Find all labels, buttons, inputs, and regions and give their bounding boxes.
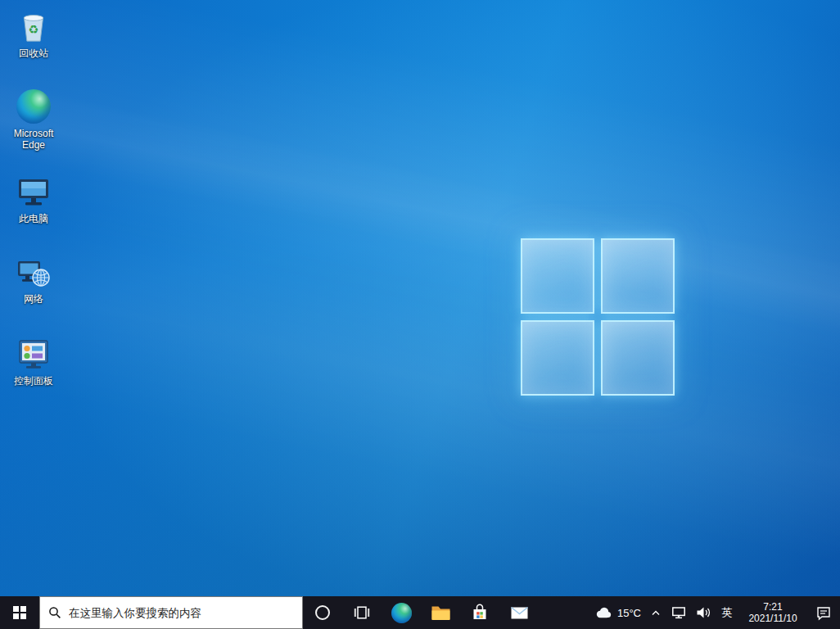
- task-view-button[interactable]: [342, 596, 382, 629]
- windows-logo-wallpaper: [521, 238, 675, 396]
- recycle-bin-icon: ♻: [16, 7, 51, 46]
- cortana-icon: [315, 605, 330, 620]
- cloud-icon: [593, 604, 612, 621]
- desktop-icon-this-pc[interactable]: 此电脑: [2, 172, 65, 224]
- desktop-icon-network[interactable]: 网络: [2, 252, 65, 305]
- mail-button[interactable]: [499, 596, 539, 629]
- ime-indicator[interactable]: 英: [716, 596, 738, 629]
- file-explorer-button[interactable]: [421, 596, 460, 629]
- windows-logo-pane: [521, 320, 594, 396]
- network-icon: [16, 252, 52, 292]
- desktop-icon-label: 此电脑: [19, 213, 48, 224]
- start-button[interactable]: [0, 596, 39, 629]
- task-view-icon: [354, 604, 370, 621]
- desktop-wallpaper: ♻ 回收站 Microsoft Edge 此电脑: [0, 0, 840, 596]
- desktop-icon-recycle-bin[interactable]: ♻ 回收站: [2, 7, 65, 59]
- microsoft-store-icon: [470, 603, 490, 622]
- light-beam: [0, 0, 840, 461]
- ime-label: 英: [722, 605, 733, 620]
- temperature-label: 15°C: [617, 607, 641, 619]
- search-input[interactable]: [69, 607, 294, 619]
- desktop-icon-microsoft-edge[interactable]: Microsoft Edge: [2, 87, 65, 151]
- search-icon: [48, 606, 61, 619]
- desktop-icon-label: 控制面板: [14, 375, 53, 387]
- weather-tray-button[interactable]: 15°C: [589, 596, 645, 629]
- light-beam: [0, 152, 840, 596]
- taskbar-search-box[interactable]: [39, 596, 303, 629]
- tray-overflow-button[interactable]: [645, 596, 666, 629]
- windows-desktop-screen: ♻ 回收站 Microsoft Edge 此电脑: [0, 0, 840, 629]
- speaker-icon: [695, 604, 711, 621]
- network-status-icon: [671, 604, 687, 621]
- cortana-button[interactable]: [303, 596, 342, 629]
- action-center-icon: [815, 604, 832, 621]
- volume-button[interactable]: [691, 596, 716, 629]
- this-pc-icon: [16, 172, 52, 211]
- system-tray: 15°C: [589, 596, 840, 629]
- clock-tray-button[interactable]: 7:21 2021/11/10: [738, 596, 807, 629]
- windows-logo-pane: [601, 238, 675, 314]
- windows-logo-pane: [601, 320, 675, 396]
- desktop-icon-control-panel[interactable]: 控制面板: [2, 334, 65, 387]
- file-explorer-icon: [431, 604, 451, 622]
- clock-date: 2021/11/10: [748, 613, 797, 624]
- clock-time: 7:21: [763, 601, 782, 613]
- mail-icon: [509, 604, 530, 622]
- windows-logo-pane: [521, 238, 594, 314]
- edge-icon: [391, 603, 412, 623]
- desktop-icon-label: Microsoft Edge: [2, 128, 65, 151]
- taskbar: 15°C: [0, 596, 840, 629]
- edge-taskbar-button[interactable]: [382, 596, 421, 629]
- network-status-button[interactable]: [666, 596, 691, 629]
- windows-start-icon: [13, 606, 26, 619]
- desktop-icon-label: 回收站: [19, 48, 48, 59]
- desktop-icon-label: 网络: [24, 293, 43, 305]
- edge-icon: [16, 87, 51, 126]
- svg-text:♻: ♻: [29, 23, 39, 36]
- action-center-button[interactable]: [807, 596, 840, 629]
- control-panel-icon: [16, 334, 52, 373]
- microsoft-store-button[interactable]: [460, 596, 499, 629]
- chevron-up-icon: [649, 606, 662, 619]
- light-beam: [0, 44, 840, 405]
